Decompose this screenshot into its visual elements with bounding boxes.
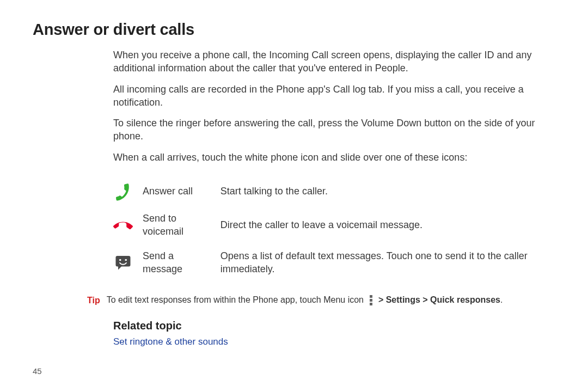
- tip-label: Tip: [87, 296, 100, 305]
- action-description: Opens a list of default text messages. T…: [220, 244, 555, 281]
- tip-text: To edit text responses from within the P…: [107, 294, 503, 307]
- related-link[interactable]: Set ringtone & other sounds: [113, 336, 555, 347]
- tip-row: Tip To edit text responses from within t…: [87, 294, 555, 307]
- actions-table: Answer call Start talking to the caller.…: [113, 176, 555, 281]
- svg-point-2: [119, 259, 121, 261]
- action-label: Answer call: [143, 176, 220, 206]
- related-heading: Related topic: [113, 320, 555, 332]
- tip-pre: To edit text responses from within the P…: [107, 295, 364, 304]
- tip-post: .: [500, 295, 503, 304]
- menu-overflow-icon: [368, 294, 373, 307]
- paragraph: To silence the ringer before answering t…: [113, 117, 555, 143]
- document-page: Answer or divert calls When you receive …: [0, 0, 588, 392]
- svg-point-3: [125, 259, 127, 261]
- svg-marker-1: [118, 266, 122, 270]
- paragraph: When a call arrives, touch the white pho…: [113, 151, 555, 164]
- action-description: Start talking to the caller.: [220, 176, 555, 206]
- page-title: Answer or divert calls: [33, 21, 555, 39]
- table-row: Send to voicemail Direct the caller to l…: [113, 206, 555, 244]
- action-label: Send to voicemail: [143, 206, 220, 244]
- page-number: 45: [33, 366, 42, 376]
- action-label: Send a message: [143, 244, 220, 281]
- table-row: Answer call Start talking to the caller.: [113, 176, 555, 206]
- paragraph: When you receive a phone call, the Incom…: [113, 48, 555, 75]
- tip-bold: > Settings > Quick responses: [378, 295, 500, 304]
- table-row: Send a message Opens a list of default t…: [113, 244, 555, 281]
- body-text: When you receive a phone call, the Incom…: [113, 48, 555, 281]
- phone-answer-icon: [113, 181, 138, 201]
- paragraph: All incoming calls are recorded in the P…: [113, 83, 555, 109]
- message-icon: [113, 253, 138, 272]
- phone-hangup-icon: [113, 215, 138, 235]
- action-description: Direct the caller to leave a voicemail m…: [220, 206, 555, 244]
